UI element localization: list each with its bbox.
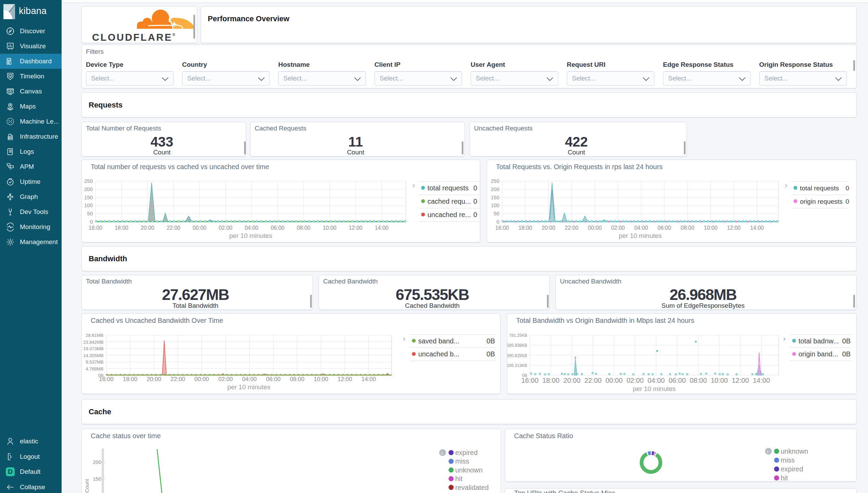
svg-text:total badnw...: total badnw... xyxy=(799,337,839,345)
svg-text:unknown: unknown xyxy=(455,466,483,474)
svg-text:16:00: 16:00 xyxy=(99,376,114,382)
svg-text:781.25KB: 781.25KB xyxy=(509,333,527,338)
svg-text:0: 0 xyxy=(90,219,93,225)
svg-text:›: › xyxy=(412,181,415,190)
svg-text:14:00: 14:00 xyxy=(375,225,388,231)
svg-text:20:00: 20:00 xyxy=(141,225,154,231)
svg-text:200: 200 xyxy=(491,186,499,192)
svg-text:16:00: 16:00 xyxy=(89,225,102,231)
svg-text:12:00: 12:00 xyxy=(732,377,749,384)
svg-text:10:00: 10:00 xyxy=(314,376,329,382)
svg-text:›: › xyxy=(785,181,787,190)
svg-text:0: 0 xyxy=(845,198,849,205)
svg-text:Count: Count xyxy=(84,479,90,493)
svg-text:200: 200 xyxy=(93,459,101,465)
svg-text:miss: miss xyxy=(781,456,795,464)
svg-text:0: 0 xyxy=(497,219,499,225)
svg-text:revalidated: revalidated xyxy=(455,484,489,491)
svg-text:250: 250 xyxy=(491,178,499,184)
svg-text:04:00: 04:00 xyxy=(634,225,648,231)
svg-text:22:00: 22:00 xyxy=(565,225,578,231)
svg-text:250: 250 xyxy=(84,178,93,184)
svg-text:08:00: 08:00 xyxy=(681,225,694,231)
svg-text:total requests: total requests xyxy=(800,185,839,192)
svg-text:saved band...: saved band... xyxy=(418,337,459,345)
svg-text:04:00: 04:00 xyxy=(648,377,665,384)
svg-text:20:00: 20:00 xyxy=(563,377,580,384)
svg-text:0B: 0B xyxy=(842,350,851,358)
svg-text:unknown: unknown xyxy=(781,447,808,455)
svg-text:08:00: 08:00 xyxy=(297,225,310,231)
svg-text:08:00: 08:00 xyxy=(290,376,305,382)
svg-text:23.842MB: 23.842MB xyxy=(83,340,103,345)
svg-text:›: › xyxy=(441,450,443,456)
svg-text:0: 0 xyxy=(473,211,477,218)
svg-text:hit: hit xyxy=(455,475,463,482)
svg-text:19.073MB: 19.073MB xyxy=(83,346,103,351)
svg-text:uncached re...: uncached re... xyxy=(427,211,471,218)
svg-text:0B: 0B xyxy=(842,337,851,345)
svg-text:390.625KB: 390.625KB xyxy=(507,353,527,358)
svg-text:20:00: 20:00 xyxy=(147,376,162,382)
svg-text:06:00: 06:00 xyxy=(658,225,671,231)
svg-text:50: 50 xyxy=(87,211,93,216)
svg-text:02:00: 02:00 xyxy=(218,376,233,382)
svg-text:per 10 minutes: per 10 minutes xyxy=(633,385,676,392)
svg-text:12:00: 12:00 xyxy=(337,376,352,382)
svg-text:0: 0 xyxy=(473,198,477,205)
svg-text:18:00: 18:00 xyxy=(115,225,128,231)
svg-text:00:00: 00:00 xyxy=(193,225,206,231)
svg-text:22:00: 22:00 xyxy=(170,376,185,382)
svg-text:585.938KB: 585.938KB xyxy=(507,343,527,348)
svg-text:12:00: 12:00 xyxy=(727,225,741,231)
svg-text:02:00: 02:00 xyxy=(626,377,643,384)
svg-text:06:00: 06:00 xyxy=(668,377,686,384)
svg-text:0B: 0B xyxy=(487,337,495,345)
svg-text:per 10 minutes: per 10 minutes xyxy=(229,232,272,239)
svg-text:4.768MB: 4.768MB xyxy=(86,366,103,371)
svg-text:14:00: 14:00 xyxy=(361,376,376,382)
svg-text:06:00: 06:00 xyxy=(266,376,281,382)
svg-text:10:00: 10:00 xyxy=(323,225,336,231)
svg-text:20:00: 20:00 xyxy=(541,225,555,231)
svg-text:100: 100 xyxy=(491,202,499,208)
svg-text:0: 0 xyxy=(473,184,477,192)
svg-text:00:00: 00:00 xyxy=(588,225,602,231)
svg-text:9.537MB: 9.537MB xyxy=(86,359,103,365)
svg-text:12:00: 12:00 xyxy=(349,225,362,231)
svg-text:expired: expired xyxy=(781,465,803,473)
svg-text:18:00: 18:00 xyxy=(542,377,559,384)
svg-text:08:00: 08:00 xyxy=(690,377,707,384)
svg-text:16:00: 16:00 xyxy=(495,225,509,231)
svg-text:0: 0 xyxy=(845,185,849,192)
svg-text:14:00: 14:00 xyxy=(753,377,770,384)
svg-text:›: › xyxy=(767,448,769,455)
svg-text:22:00: 22:00 xyxy=(584,377,601,384)
svg-text:150: 150 xyxy=(93,476,101,482)
svg-text:02:00: 02:00 xyxy=(219,225,232,231)
svg-text:10:00: 10:00 xyxy=(704,225,717,231)
svg-text:04:00: 04:00 xyxy=(242,376,257,382)
svg-text:18:00: 18:00 xyxy=(519,225,532,231)
svg-text:cached requ...: cached requ... xyxy=(427,198,471,205)
svg-text:50: 50 xyxy=(494,211,499,216)
svg-text:per 10 minutes: per 10 minutes xyxy=(619,232,662,239)
svg-text:10:00: 10:00 xyxy=(711,377,728,384)
svg-text:150: 150 xyxy=(84,194,93,200)
svg-text:28.61MB: 28.61MB xyxy=(86,333,103,338)
svg-text:expired: expired xyxy=(455,449,478,456)
svg-text:16:00: 16:00 xyxy=(521,377,538,384)
svg-text:02:00: 02:00 xyxy=(611,225,625,231)
svg-text:18:00: 18:00 xyxy=(123,376,138,382)
svg-text:200: 200 xyxy=(84,186,93,192)
svg-text:›: › xyxy=(783,334,786,343)
svg-text:14:00: 14:00 xyxy=(750,225,764,231)
svg-text:100: 100 xyxy=(84,202,93,208)
svg-text:0B: 0B xyxy=(487,350,495,358)
svg-text:00:00: 00:00 xyxy=(605,377,623,384)
svg-text:00:00: 00:00 xyxy=(194,376,209,382)
svg-text:150: 150 xyxy=(491,194,499,200)
svg-text:hit: hit xyxy=(781,474,788,481)
svg-text:06:00: 06:00 xyxy=(271,225,284,231)
svg-text:195.313KB: 195.313KB xyxy=(507,363,527,368)
